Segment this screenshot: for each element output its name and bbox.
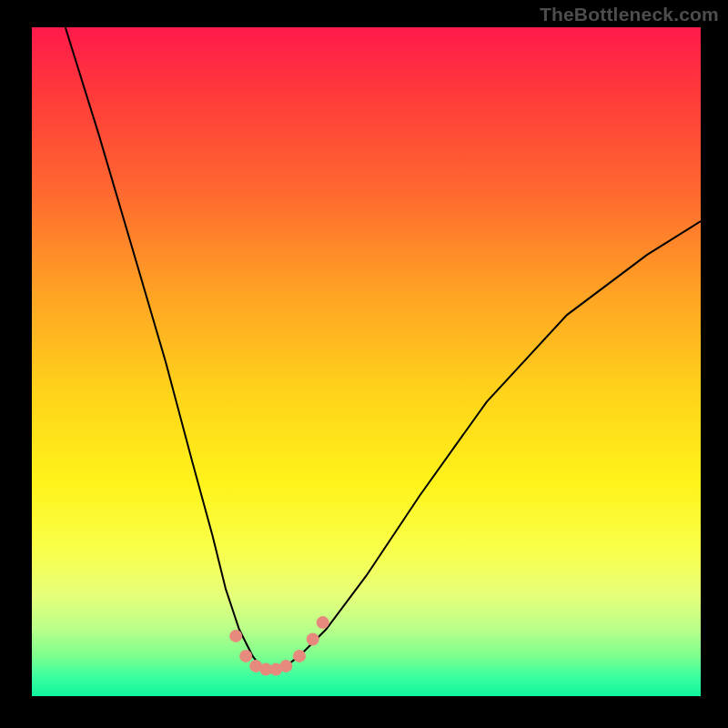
marker-dot [293,650,306,662]
marker-dot [229,630,242,642]
bottleneck-curve [66,27,701,670]
watermark-text: TheBottleneck.com [540,4,719,25]
chart-stage: TheBottleneck.com [0,0,728,728]
plot-area [32,27,701,696]
marker-group [229,616,329,676]
curve-layer [32,27,701,696]
marker-dot [239,650,252,662]
marker-dot [307,633,319,646]
marker-dot [279,660,292,672]
marker-dot [317,616,329,629]
